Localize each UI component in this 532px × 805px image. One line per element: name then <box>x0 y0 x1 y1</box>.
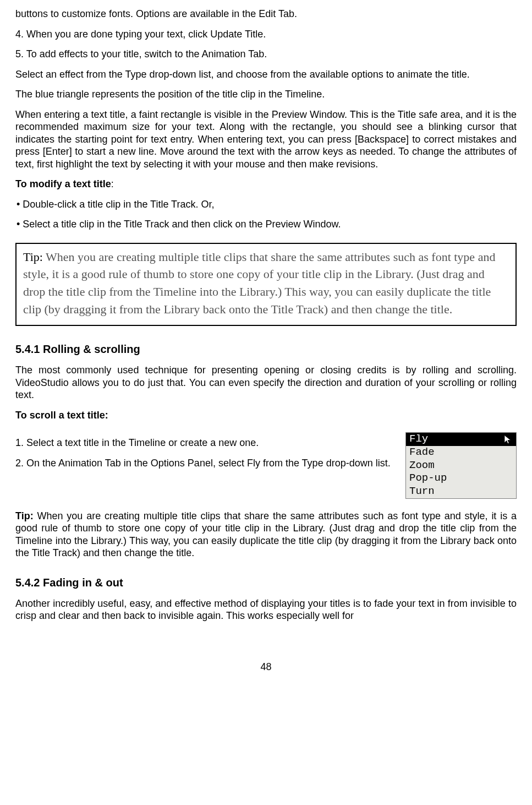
modify-text-title-heading: To modify a text title: <box>15 178 517 191</box>
paragraph-effect-select: Select an effect from the Type drop-down… <box>15 68 517 81</box>
type-dropdown-figure: Fly Fade Zoom Pop-up Turn <box>405 432 517 499</box>
dropdown-option-turn[interactable]: Turn <box>406 485 516 498</box>
tip-box-label: Tip: <box>23 250 43 264</box>
heading-5-4-1: 5.4.1 Rolling & scrolling <box>15 342 517 356</box>
tip-box: Tip: When you are creating multiple titl… <box>15 243 517 327</box>
scroll-text-title-heading: To scroll a text title: <box>15 409 517 422</box>
bullet-doubleclick: • Double-click a title clip in the Title… <box>17 198 517 211</box>
dropdown-selected-label: Fly <box>409 433 428 446</box>
tip-box-body: When you are creating multiple title cli… <box>23 250 495 317</box>
heading-5-4-2: 5.4.2 Fading in & out <box>15 576 517 590</box>
step-4: 4. When you are done typing your text, c… <box>15 28 517 41</box>
dropdown-option-fly[interactable]: Fly <box>406 433 516 446</box>
scroll-steps-row: Fly Fade Zoom Pop-up Turn 1. Select a te… <box>15 429 517 502</box>
paragraph-text-entry: When entering a text title, a faint rect… <box>15 108 517 171</box>
tip-paragraph-2: Tip: When you are creating multiple titl… <box>15 510 517 559</box>
dropdown-option-zoom[interactable]: Zoom <box>406 459 516 472</box>
paragraph-fading-intro: Another incredibly useful, easy, and eff… <box>15 597 517 622</box>
paragraph-buttons-customize: buttons to customize fonts. Options are … <box>15 8 517 20</box>
dropdown-option-popup[interactable]: Pop-up <box>406 472 516 485</box>
modify-heading-colon: : <box>111 178 114 189</box>
dropdown-option-fade[interactable]: Fade <box>406 446 516 459</box>
paragraph-rolling-intro: The most commonly used technique for pre… <box>15 364 517 401</box>
tip2-body: When you are creating multiple title cli… <box>15 510 517 559</box>
modify-heading-text: To modify a text title <box>15 178 111 189</box>
page-number: 48 <box>15 661 517 673</box>
step-5: 5. To add effects to your title, switch … <box>15 48 517 61</box>
tip2-label: Tip: <box>15 510 34 521</box>
mouse-cursor-icon <box>503 434 513 444</box>
paragraph-blue-triangle: The blue triangle represents the positio… <box>15 88 517 101</box>
bullet-select-preview: • Select a title clip in the Title Track… <box>17 218 517 231</box>
